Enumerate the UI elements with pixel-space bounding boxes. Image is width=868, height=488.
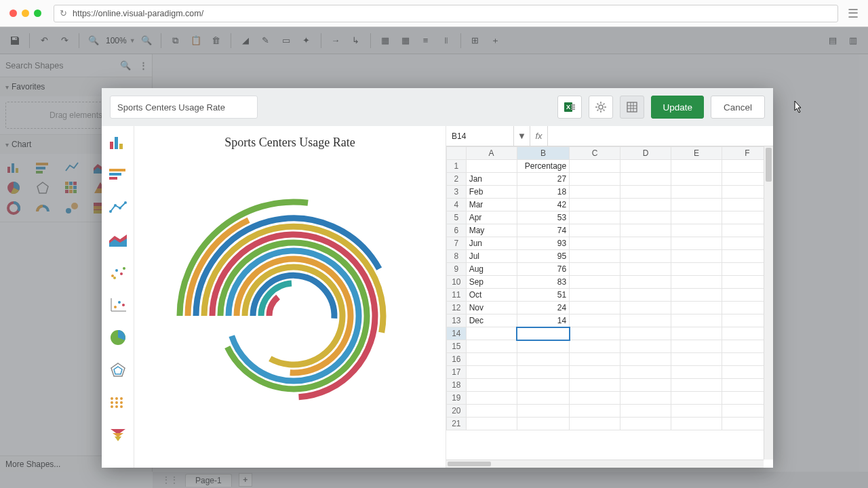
svg-text:X: X xyxy=(566,104,570,110)
svg-point-51 xyxy=(115,269,118,272)
horizontal-scrollbar[interactable] xyxy=(446,460,764,468)
svg-marker-74 xyxy=(115,436,121,441)
svg-point-65 xyxy=(120,397,123,400)
type-line-icon[interactable] xyxy=(108,198,128,217)
minimize-window-icon[interactable] xyxy=(22,9,29,17)
excel-import-button[interactable]: X xyxy=(557,96,582,119)
svg-point-68 xyxy=(120,401,123,404)
modal-header: X Update Cancel xyxy=(102,88,773,126)
fx-icon: fx xyxy=(530,126,548,146)
formula-bar: B14 ▼ fx xyxy=(446,126,773,146)
svg-point-53 xyxy=(123,267,125,270)
type-dots-icon[interactable] xyxy=(108,393,128,412)
type-bar-icon[interactable] xyxy=(108,133,128,152)
svg-rect-38 xyxy=(110,142,113,149)
svg-point-69 xyxy=(111,405,113,408)
svg-point-59 xyxy=(122,304,125,306)
svg-point-54 xyxy=(113,277,116,279)
radial-bar-chart xyxy=(175,174,412,458)
svg-point-66 xyxy=(111,401,113,404)
svg-point-45 xyxy=(114,204,117,207)
svg-rect-39 xyxy=(115,137,118,149)
svg-rect-29 xyxy=(571,104,575,106)
grid-toggle-button[interactable] xyxy=(620,96,644,119)
svg-rect-30 xyxy=(571,106,575,108)
type-radar-icon[interactable] xyxy=(108,361,128,380)
type-hbar-icon[interactable] xyxy=(108,165,128,184)
reload-icon[interactable]: ↻ xyxy=(60,8,67,18)
svg-rect-40 xyxy=(119,144,123,149)
chart-type-sidebar xyxy=(102,126,134,468)
chart-title-input[interactable] xyxy=(110,96,258,119)
maximize-window-icon[interactable] xyxy=(34,9,41,17)
data-grid[interactable]: ABCDEF1Percentage2Jan273Feb184Mar425Apr5… xyxy=(446,146,773,430)
address-bar[interactable]: ↻ https://online.visual-paradigm.com/ xyxy=(54,5,838,22)
close-window-icon[interactable] xyxy=(9,9,17,17)
svg-point-71 xyxy=(120,405,123,408)
app-root: ↶ ↷ 🔍 100% ▼ 🔍 ⧉ 📋 🗑 ◢ ✎ ▭ ✦ → ↳ ▦ ▦ ≡ ⫴ xyxy=(0,27,868,488)
svg-point-70 xyxy=(115,405,118,408)
type-area-icon[interactable] xyxy=(108,230,128,249)
vertical-scrollbar[interactable] xyxy=(764,146,773,460)
browser-chrome: ↻ https://online.visual-paradigm.com/ ☰ xyxy=(0,0,868,27)
update-button[interactable]: Update xyxy=(651,96,704,119)
svg-rect-31 xyxy=(571,108,575,110)
cancel-button[interactable]: Cancel xyxy=(711,96,765,119)
browser-menu-icon[interactable]: ☰ xyxy=(848,6,859,21)
svg-marker-62 xyxy=(114,367,122,374)
type-funnel-icon[interactable] xyxy=(108,426,128,445)
svg-point-67 xyxy=(115,401,118,404)
cell-reference[interactable]: B14 xyxy=(446,126,514,146)
chart-editor-modal: X Update Cancel xyxy=(102,88,773,468)
svg-rect-42 xyxy=(109,173,121,176)
chart-preview-title: Sports Centers Usage Rate xyxy=(134,136,446,150)
url-text: https://online.visual-paradigm.com/ xyxy=(73,9,203,18)
svg-rect-43 xyxy=(109,177,117,180)
window-controls xyxy=(9,9,41,17)
formula-input[interactable] xyxy=(548,126,773,146)
svg-point-44 xyxy=(109,210,112,213)
svg-point-57 xyxy=(114,306,117,308)
settings-button[interactable] xyxy=(589,96,613,119)
type-scatter-icon[interactable] xyxy=(108,263,128,282)
svg-rect-33 xyxy=(627,102,637,112)
data-spreadsheet: B14 ▼ fx ABCDEF1Percentage2Jan273Feb184M… xyxy=(446,126,773,468)
svg-point-50 xyxy=(111,274,114,277)
svg-point-58 xyxy=(118,301,121,304)
svg-point-32 xyxy=(599,105,603,109)
svg-point-64 xyxy=(115,397,118,400)
svg-point-46 xyxy=(119,207,121,209)
svg-point-52 xyxy=(120,272,123,275)
type-scatter-axis-icon[interactable] xyxy=(108,296,128,314)
svg-point-47 xyxy=(124,201,127,204)
type-pie-icon[interactable] xyxy=(108,328,128,347)
svg-point-63 xyxy=(111,397,113,400)
chart-preview: Sports Centers Usage Rate xyxy=(134,126,446,468)
cell-ref-dropdown-icon[interactable]: ▼ xyxy=(514,126,530,146)
svg-rect-41 xyxy=(109,169,125,171)
